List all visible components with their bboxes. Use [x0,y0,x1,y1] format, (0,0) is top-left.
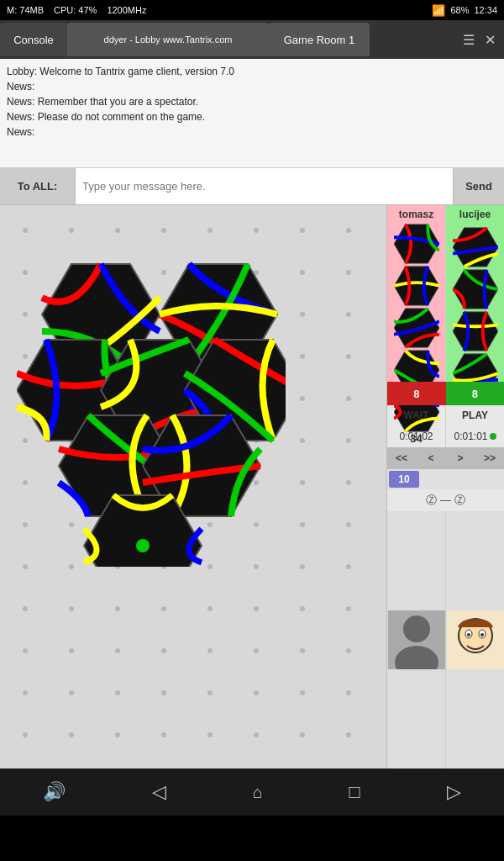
chat-msg-2: News: Remember that you are a spectator. [7,94,497,109]
svg-point-30 [300,354,305,359]
score-badges: 8 8 [387,382,504,405]
status-wait: WAIT [387,405,446,425]
move-counter-row: 10 [387,469,504,489]
svg-point-72 [23,606,28,611]
svg-point-1 [69,228,74,233]
tab-gameroom[interactable]: Game Room 1 [269,23,370,56]
svg-point-47 [346,438,351,443]
tab-bar: Console ddyer - Lobby www.Tantrix.com Ga… [0,20,504,59]
svg-point-54 [300,480,305,485]
nav-next[interactable]: > [446,447,475,469]
message-bar: To ALL: Send [0,168,504,205]
svg-point-100 [207,732,213,737]
svg-point-39 [346,396,351,401]
right-panel: tomasz [386,205,504,769]
avatar-tomasz [387,511,446,769]
home-icon: ⌂ [253,783,263,802]
svg-point-94 [300,690,305,695]
forward-icon: ▷ [447,781,461,803]
home-btn[interactable]: ⌂ [253,783,263,802]
timer-row: 0:01:02 0:01:01 [387,425,504,447]
chat-msg-4: News: [7,124,497,140]
svg-point-73 [69,606,74,611]
nav-last[interactable]: >> [475,447,504,469]
chat-area: Lobby: Welcome to Tantrix game client, v… [0,59,504,168]
svg-point-87 [346,648,351,653]
svg-point-92 [207,690,213,695]
close-tab-btn[interactable]: ✕ [481,30,499,50]
status-play: PLAY [446,405,504,425]
svg-point-4 [207,228,213,233]
volume-btn[interactable]: 🔊 [43,781,66,803]
score-badge-red: 8 [387,382,446,405]
timer-tomasz: 0:01:02 [387,425,446,447]
svg-point-89 [69,690,74,695]
timer-lucijee-value: 0:01:01 [454,430,487,442]
back-btn[interactable]: ◁ [152,781,166,803]
time-display: 12:34 [474,5,497,15]
menu-icon-btn[interactable]: ☰ [459,30,478,50]
svg-point-125 [403,615,430,642]
mem-info: M: 74MB [7,5,44,15]
forward-btn[interactable]: ▷ [447,781,461,803]
board-panel: // dots are rendered via JS below [0,205,386,769]
svg-point-2 [115,228,120,233]
svg-point-55 [346,480,351,485]
status-right: 📶 68% 12:34 [432,4,497,17]
wifi-icon: 📶 [432,4,445,17]
status-left: M: 74MB CPU: 47% 1200MHz [7,5,146,15]
svg-point-88 [23,690,28,695]
nav-first[interactable]: << [387,447,417,469]
player-col-lucijee: lucijee [446,205,504,382]
svg-point-76 [207,606,213,611]
tab-console[interactable]: Console [0,23,67,56]
recent-btn[interactable]: □ [349,781,360,803]
player-tiles-lucijee [453,227,498,394]
chat-msg-0: Lobby: Welcome to Tantrix game client, v… [7,64,497,79]
symbol-display: Ⓩ — Ⓩ [426,493,465,508]
svg-point-84 [207,648,213,653]
player-name-tomasz: tomasz [399,209,433,220]
move-counter-value: 10 [389,471,419,488]
tab-lobby-label: ddyer - Lobby www.Tantrix.com [104,34,233,45]
chat-msg-1: News: [7,79,497,94]
svg-point-6 [300,228,305,233]
chat-msg-3: News: Please do not comment on the game. [7,109,497,124]
svg-point-91 [161,690,166,695]
svg-point-83 [161,648,166,653]
player-name-lucijee: lucijee [459,209,491,220]
svg-point-5 [254,228,259,233]
tile-tomasz-3 [394,308,439,348]
status-bar: M: 74MB CPU: 47% 1200MHz 📶 68% 12:34 [0,0,504,20]
battery-info: 68% [450,5,469,15]
svg-marker-122 [453,312,498,351]
board-svg [17,247,286,567]
nav-prev[interactable]: < [417,447,446,469]
svg-point-86 [300,648,305,653]
timer-lucijee: 0:01:01 [446,425,504,447]
tab-lobby[interactable]: ddyer - Lobby www.Tantrix.com [67,23,269,56]
players-row: tomasz [387,205,504,382]
send-button[interactable]: Send [453,168,504,204]
symbol-row: Ⓩ — Ⓩ [387,489,504,511]
svg-point-63 [346,522,351,527]
svg-point-7 [346,228,351,233]
tab-console-label: Console [13,34,54,46]
svg-point-131 [467,633,470,637]
tile-lucijee-2 [453,269,498,309]
tile-lucijee-1 [453,227,498,267]
avatar-row [387,511,504,769]
recent-icon: □ [349,781,360,803]
avatar-tomasz-img [388,610,445,669]
avatar-lucijee [446,511,504,769]
svg-point-74 [115,606,120,611]
svg-point-101 [254,732,259,737]
message-input[interactable] [76,168,453,204]
svg-point-132 [480,633,484,637]
svg-point-82 [115,648,120,653]
svg-point-98 [115,732,120,737]
tile-tomasz-1 [394,224,439,264]
timer-tomasz-value: 0:01:02 [399,430,433,442]
svg-point-114 [136,539,150,552]
status-row: WAIT PLAY [387,405,504,425]
